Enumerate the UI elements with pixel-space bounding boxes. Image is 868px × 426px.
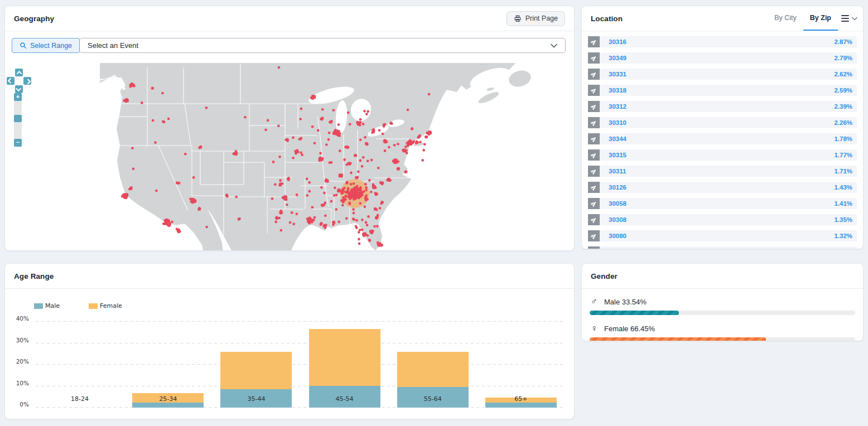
pan-down-button[interactable] [15, 85, 23, 93]
map-zoom-slider[interactable]: + − [14, 93, 22, 147]
gridline [36, 386, 565, 386]
y-tick-label: 20% [16, 358, 29, 365]
location-row[interactable]: 303081.35% [588, 214, 857, 225]
x-category-label: 25-34 [124, 395, 212, 403]
legend-label: Female [100, 302, 122, 309]
zip-link[interactable]: 30310 [609, 119, 626, 126]
zip-link[interactable]: 30308 [609, 216, 626, 223]
location-arrow-icon [588, 117, 600, 128]
y-tick-label: 30% [16, 337, 29, 343]
map-pan-control [7, 69, 32, 94]
location-arrow-icon [588, 149, 600, 161]
pan-right-button[interactable] [23, 77, 31, 85]
chevron-up-icon [16, 70, 22, 76]
select-range-label: Select Range [30, 42, 72, 50]
gender-title: Gender [591, 272, 618, 280]
zip-percent: 1.35% [834, 216, 852, 223]
pan-up-button[interactable] [15, 69, 23, 76]
zip-link[interactable]: 30058 [609, 200, 626, 207]
gender-female-track [590, 337, 855, 341]
zip-link[interactable]: 30331 [609, 71, 626, 78]
zip-percent: 1.77% [834, 152, 852, 158]
location-tabs: By City By Zip [768, 6, 838, 31]
zip-link[interactable]: 30126 [609, 184, 626, 191]
location-header: Location By City By Zip [582, 6, 863, 31]
zip-percent: 1.43% [834, 184, 852, 191]
location-arrow-icon [588, 133, 600, 144]
search-icon [20, 42, 27, 49]
y-tick-label: 10% [16, 380, 29, 386]
age-range-title: Age Range [14, 272, 54, 280]
legend-swatch [89, 303, 98, 309]
chevron-down-icon [16, 86, 21, 91]
location-arrow-icon [588, 246, 600, 249]
tab-by-zip[interactable]: By Zip [803, 6, 838, 31]
zip-link[interactable]: 30344 [609, 135, 626, 142]
location-row[interactable]: 303241.3% [588, 246, 857, 249]
print-page-label: Print Page [525, 14, 558, 22]
location-panel: Location By City By Zip 303162.87%303492… [581, 6, 864, 249]
bar-male-25-34 [132, 403, 204, 408]
zip-link[interactable]: 30324 [609, 249, 626, 249]
y-tick-label: 40% [16, 315, 29, 322]
event-select-value: Select an Event [88, 41, 138, 50]
zip-percent: 2.39% [834, 103, 852, 110]
legend-label: Male [45, 302, 60, 309]
chevron-down-icon [551, 43, 557, 48]
zoom-out-button[interactable]: − [14, 139, 22, 147]
gender-row-female: ♀ Female 66.45% [590, 322, 855, 341]
zip-link[interactable]: 30318 [609, 87, 626, 94]
x-category-label: 45-54 [301, 395, 389, 403]
zip-link[interactable]: 30315 [609, 152, 626, 158]
gridline [36, 364, 565, 365]
zip-link[interactable]: 30080 [609, 233, 626, 239]
zip-link[interactable]: 30312 [609, 103, 626, 110]
select-range-button[interactable]: Select Range [12, 38, 80, 53]
zoom-in-button[interactable]: + [14, 93, 22, 101]
location-row[interactable]: 301261.43% [588, 182, 857, 193]
location-arrow-icon [588, 198, 600, 209]
zip-link[interactable]: 30311 [609, 168, 626, 175]
chevron-down-icon [852, 17, 857, 21]
zip-link[interactable]: 30349 [609, 55, 626, 61]
print-page-button[interactable]: Print Page [507, 11, 565, 26]
bar-female-35-44 [220, 352, 292, 389]
x-category-label: 35-44 [212, 395, 300, 403]
location-row[interactable]: 300801.32% [588, 230, 857, 241]
gender-body: ♂ Male 33.54% ♀ Female 66.45% [582, 289, 863, 341]
location-row[interactable]: 303102.26% [588, 117, 857, 128]
location-row[interactable]: 300581.41% [588, 198, 857, 209]
pan-left-button[interactable] [7, 77, 15, 85]
location-row[interactable]: 303441.78% [588, 133, 857, 144]
chart-y-axis: 0%10%20%30%40% [5, 322, 32, 408]
location-arrow-icon [588, 101, 600, 112]
geography-toolbar: Select Range Select an Event [5, 31, 574, 60]
location-row[interactable]: 303162.87% [588, 36, 857, 47]
gender-row-male: ♂ Male 33.54% [590, 296, 855, 315]
location-row[interactable]: 303122.39% [588, 101, 857, 112]
age-range-header: Age Range [5, 264, 574, 289]
location-row[interactable]: 303182.59% [588, 85, 857, 96]
zip-link[interactable]: 30316 [609, 38, 626, 45]
location-row[interactable]: 303151.77% [588, 149, 857, 161]
location-arrow-icon [588, 52, 600, 64]
location-row[interactable]: 303492.79% [588, 52, 857, 64]
printer-icon [514, 15, 522, 22]
gridline [36, 343, 565, 343]
geography-panel: Geography Print Page Select Range Select… [4, 6, 575, 251]
location-arrow-icon [588, 230, 600, 241]
legend-item-female[interactable]: Female [89, 302, 122, 309]
tab-by-city[interactable]: By City [768, 6, 803, 31]
legend-item-male[interactable]: Male [34, 302, 60, 309]
female-icon: ♀ [590, 324, 599, 333]
location-row[interactable]: 303111.71% [588, 166, 857, 177]
location-row[interactable]: 303312.62% [588, 69, 857, 80]
zip-percent: 1.3% [838, 249, 852, 249]
event-select[interactable]: Select an Event [79, 38, 566, 53]
zoom-slider-handle[interactable] [14, 115, 22, 122]
dashboard-page: Geography Print Page Select Range Select… [0, 0, 868, 426]
zip-percent: 1.78% [834, 135, 852, 142]
location-menu-button[interactable] [841, 15, 857, 22]
usa-map[interactable]: + − [5, 60, 574, 251]
y-tick-label: 0% [20, 401, 29, 408]
